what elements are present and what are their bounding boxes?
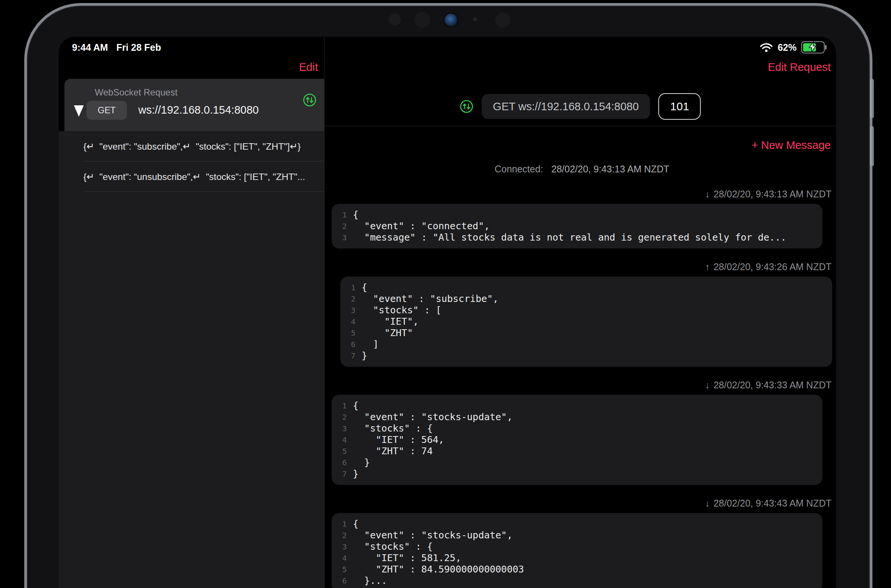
line-number: 4 bbox=[337, 434, 347, 446]
code-line: 1{ bbox=[337, 209, 815, 220]
code-line: 3 "stocks" : { bbox=[337, 423, 815, 434]
line-number: 1 bbox=[337, 400, 347, 411]
request-card[interactable]: WebSocket Request GET ws://192.168.0.154… bbox=[64, 79, 324, 131]
code-text: }... bbox=[353, 575, 387, 586]
timestamp-text: 28/02/20, 9:43:26 AM NZDT bbox=[714, 261, 831, 272]
code-line: 3 "stocks" : [ bbox=[346, 305, 825, 316]
code-text: "event" : "subscribe", bbox=[362, 293, 498, 305]
status-code-badge: 101 bbox=[658, 93, 701, 120]
line-number: 3 bbox=[337, 232, 347, 243]
sensor-dot-icon bbox=[414, 12, 430, 28]
code-text: { bbox=[353, 209, 359, 220]
code-line: 1{ bbox=[346, 282, 825, 293]
request-header-row: GET ws://192.168.0.154:8080 101 bbox=[324, 93, 836, 120]
message-timestamp: ↑28/02/20, 9:43:26 AM NZDT bbox=[332, 261, 831, 272]
message-bubble-sent[interactable]: 1{2 "event" : "subscribe",3 "stocks" : [… bbox=[340, 277, 832, 367]
sidebar-message-list: {↵ "event": "subscribe",↵ "stocks": ["IE… bbox=[59, 131, 324, 588]
message-timestamp: ↓28/02/20, 9:43:43 AM NZDT bbox=[332, 498, 831, 509]
code-text: { bbox=[353, 518, 359, 530]
saved-message-text: {↵ "event": “unsubscribe",↵ "stocks": ["… bbox=[83, 171, 305, 182]
request-summary-pill[interactable]: GET ws://192.168.0.154:8080 bbox=[482, 94, 650, 119]
front-camera-icon bbox=[445, 14, 457, 27]
saved-message-row[interactable]: {↵ "event": “unsubscribe",↵ "stocks": ["… bbox=[59, 161, 324, 192]
message-list: Connected: 28/02/20, 9:43:13 AM NZDT ↓28… bbox=[332, 164, 832, 588]
line-number: 2 bbox=[337, 530, 347, 541]
code-line: 6 }... bbox=[337, 575, 815, 586]
code-text: "event" : "connected", bbox=[353, 220, 490, 232]
code-line: 4 "IET" : 581.25, bbox=[337, 552, 815, 564]
line-number: 1 bbox=[337, 518, 347, 530]
code-text: "ZHT" bbox=[362, 327, 413, 339]
code-line: 6 ] bbox=[346, 339, 825, 350]
code-line: 3 "stocks" : { bbox=[337, 541, 815, 552]
connected-status: Connected: 28/02/20, 9:43:13 AM NZDT bbox=[332, 164, 832, 175]
code-line: 4 "IET" : 564, bbox=[337, 434, 815, 446]
new-message-button[interactable]: + New Message bbox=[752, 139, 831, 152]
disclosure-triangle-icon[interactable] bbox=[74, 105, 84, 117]
code-text: "stocks" : { bbox=[353, 541, 433, 552]
message-bubble-received[interactable]: 1{2 "event" : "stocks-update",3 "stocks"… bbox=[332, 395, 822, 485]
message-timestamp: ↓28/02/20, 9:43:13 AM NZDT bbox=[332, 189, 831, 200]
request-url: ws://192.168.0.154:8080 bbox=[138, 104, 259, 116]
code-line: 6 } bbox=[337, 457, 815, 468]
edit-button[interactable]: Edit bbox=[299, 61, 318, 74]
message-bubble-received[interactable]: 1{2 "event" : "stocks-update",3 "stocks"… bbox=[332, 513, 822, 588]
message-timestamp: ↓28/02/20, 9:43:33 AM NZDT bbox=[332, 380, 831, 391]
code-line: 2 "event" : "connected", bbox=[337, 220, 815, 232]
code-line: 5 "ZHT" bbox=[346, 327, 825, 339]
sent-arrow-icon: ↑ bbox=[705, 261, 710, 272]
sensor-dot-icon bbox=[473, 17, 477, 21]
line-number: 6 bbox=[337, 575, 347, 586]
volume-up-button bbox=[870, 79, 874, 118]
request-type-label: WebSocket Request bbox=[95, 87, 177, 98]
line-number: 5 bbox=[337, 446, 347, 457]
header-divider bbox=[324, 126, 836, 126]
code-text: "IET", bbox=[362, 316, 419, 327]
code-text: { bbox=[353, 400, 359, 411]
code-text: } bbox=[362, 350, 367, 361]
line-number: 2 bbox=[346, 293, 355, 305]
received-arrow-icon: ↓ bbox=[705, 498, 710, 509]
line-number: 4 bbox=[346, 316, 355, 327]
screenshot-canvas: 9:44 AM Fri 28 Feb 62% bbox=[0, 0, 891, 588]
timestamp-text: 28/02/20, 9:43:33 AM NZDT bbox=[714, 380, 831, 391]
line-number: 2 bbox=[337, 411, 347, 423]
line-number: 5 bbox=[346, 327, 355, 339]
code-line: 4 "IET", bbox=[346, 316, 825, 327]
line-number: 2 bbox=[337, 220, 347, 232]
code-line: 5 "ZHT" : 84.590000000000003 bbox=[337, 564, 815, 575]
sensor-dot-icon bbox=[495, 13, 510, 28]
line-number: 3 bbox=[337, 423, 347, 434]
code-line: 2 "event" : "subscribe", bbox=[346, 293, 825, 305]
code-line: 1{ bbox=[337, 400, 815, 411]
code-line: 5 "ZHT" : 74 bbox=[337, 446, 815, 457]
saved-message-text: {↵ "event": "subscribe",↵ "stocks": ["IE… bbox=[83, 141, 301, 152]
sensor-dot-icon bbox=[389, 13, 401, 25]
line-number: 3 bbox=[346, 305, 355, 316]
received-arrow-icon: ↓ bbox=[705, 189, 710, 200]
line-number: 6 bbox=[346, 339, 355, 350]
main-panel: Edit Request GET ws://192.168.0.154:8080… bbox=[324, 37, 836, 588]
code-line: 2 "event" : "stocks-update", bbox=[337, 411, 815, 423]
code-text: } bbox=[353, 457, 370, 468]
code-line: 1{ bbox=[337, 518, 815, 530]
code-line: 7} bbox=[337, 468, 815, 480]
code-text: ] bbox=[362, 339, 379, 350]
code-text: "stocks" : { bbox=[353, 423, 433, 434]
connected-label: Connected: bbox=[495, 164, 543, 175]
code-text: "ZHT" : 74 bbox=[353, 446, 433, 457]
message-bubble-received[interactable]: 1{2 "event" : "connected",3 "message" : … bbox=[332, 204, 822, 249]
sidebar: Edit WebSocket Request GET ws://192.168.… bbox=[59, 37, 324, 588]
saved-message-row[interactable]: {↵ "event": "subscribe",↵ "stocks": ["IE… bbox=[59, 131, 324, 161]
code-text: "IET" : 581.25, bbox=[353, 552, 461, 564]
edit-request-button[interactable]: Edit Request bbox=[768, 61, 831, 74]
code-line: 3 "message" : "All stocks data is not re… bbox=[337, 232, 815, 243]
line-number: 7 bbox=[346, 350, 355, 361]
line-number: 4 bbox=[337, 552, 347, 564]
line-number: 7 bbox=[337, 468, 347, 480]
timestamp-text: 28/02/20, 9:43:43 AM NZDT bbox=[714, 498, 831, 509]
code-text: "event" : "stocks-update", bbox=[353, 530, 512, 541]
screen: 9:44 AM Fri 28 Feb 62% bbox=[59, 37, 836, 588]
connected-time: 28/02/20, 9:43:13 AM NZDT bbox=[551, 164, 669, 175]
code-text: "ZHT" : 84.590000000000003 bbox=[353, 564, 524, 575]
